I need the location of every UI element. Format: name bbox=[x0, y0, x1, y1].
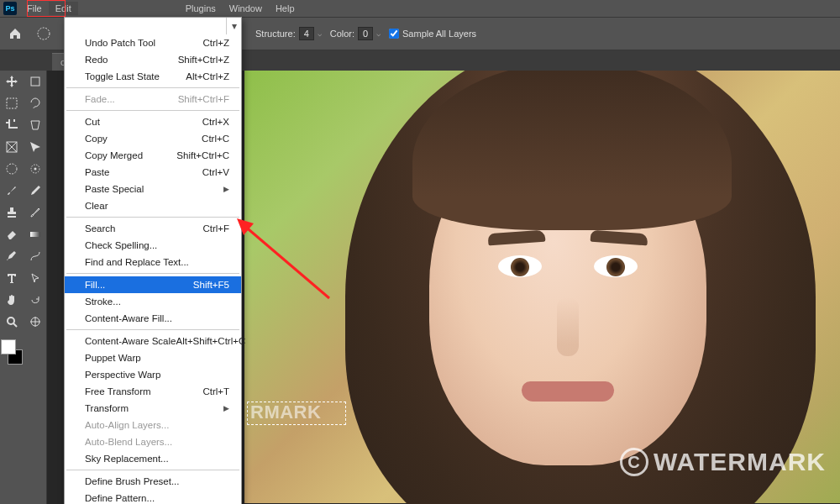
menu-item-label: Puppet Warp bbox=[85, 352, 141, 364]
menu-file[interactable]: File bbox=[20, 2, 49, 15]
svg-point-0 bbox=[38, 28, 50, 39]
structure-value[interactable]: 4 bbox=[299, 27, 314, 40]
lasso-tool-icon[interactable] bbox=[26, 94, 45, 113]
menu-item-label: Content-Aware Fill... bbox=[85, 312, 172, 324]
submenu-arrow-icon: ▶ bbox=[223, 183, 229, 195]
menu-item-check-spelling[interactable]: Check Spelling... bbox=[65, 237, 241, 254]
menu-window[interactable]: Window bbox=[223, 2, 269, 15]
sample-all-checkbox-input[interactable] bbox=[389, 29, 399, 39]
dropdown-arrow-icon[interactable]: ▾ bbox=[226, 18, 241, 34]
menu-item-clear[interactable]: Clear bbox=[65, 197, 241, 214]
pencil-tool-icon[interactable] bbox=[26, 181, 45, 200]
menu-item-shortcut: Alt+Ctrl+Z bbox=[186, 71, 229, 82]
perspective-crop-tool-icon[interactable] bbox=[26, 116, 45, 134]
menu-item-label: Paste Special bbox=[85, 183, 144, 195]
path-tool-icon[interactable] bbox=[26, 247, 45, 265]
quick-select-tool-icon[interactable] bbox=[26, 160, 45, 178]
zoom-tool-icon[interactable] bbox=[3, 312, 21, 331]
menu-item-copy[interactable]: CopyCtrl+C bbox=[65, 130, 241, 147]
type-tool-icon[interactable] bbox=[3, 269, 21, 287]
edit-menu-dropdown[interactable]: ▾ Undo Patch ToolCtrl+ZRedoShift+Ctrl+ZT… bbox=[64, 17, 242, 504]
menu-item-label: Define Pattern... bbox=[85, 492, 155, 504]
menu-item-perspective-warp[interactable]: Perspective Warp bbox=[65, 366, 241, 383]
frame-tool-icon[interactable] bbox=[3, 138, 21, 156]
menu-item-puppet-warp[interactable]: Puppet Warp bbox=[65, 349, 241, 366]
chevron-updown-icon[interactable]: ⌵ bbox=[376, 29, 381, 38]
menu-item-redo[interactable]: RedoShift+Ctrl+Z bbox=[65, 51, 241, 68]
menu-item-define-brush-preset[interactable]: Define Brush Preset... bbox=[65, 473, 241, 490]
lasso-dashed-tool-icon[interactable] bbox=[3, 160, 21, 178]
hand-tool-icon[interactable] bbox=[3, 291, 21, 309]
sample-all-layers-checkbox[interactable]: Sample All Layers bbox=[389, 29, 476, 39]
menu-item-free-transform[interactable]: Free TransformCtrl+T bbox=[65, 383, 241, 400]
menu-item-shortcut: Ctrl+T bbox=[202, 386, 229, 397]
menubar: Ps FileEditPluginsWindowHelp bbox=[0, 0, 840, 17]
menu-item-transform[interactable]: Transform▶ bbox=[65, 400, 241, 417]
menu-separator bbox=[66, 87, 239, 88]
menu-separator bbox=[66, 110, 239, 111]
menu-item-label: Copy Merged bbox=[85, 150, 143, 161]
crop-tool-icon[interactable] bbox=[3, 116, 21, 134]
menu-item-content-aware-scale[interactable]: Content-Aware ScaleAlt+Shift+Ctrl+C bbox=[65, 333, 241, 349]
slice-tool-icon[interactable] bbox=[26, 138, 45, 156]
menu-item-label: Search bbox=[85, 223, 115, 234]
move-tool-icon[interactable] bbox=[3, 72, 21, 91]
menu-item-label: Fade... bbox=[85, 93, 115, 105]
sample-all-label: Sample All Layers bbox=[402, 29, 476, 39]
menu-item-auto-align-layers: Auto-Align Layers... bbox=[65, 417, 241, 433]
menu-item-undo-patch-tool[interactable]: Undo Patch ToolCtrl+Z bbox=[65, 34, 241, 51]
pen-tool-icon[interactable] bbox=[3, 247, 21, 265]
menu-item-define-pattern[interactable]: Define Pattern... bbox=[65, 490, 241, 504]
submenu-arrow-icon: ▶ bbox=[223, 402, 229, 414]
color-field[interactable]: Color: 0 ⌵ bbox=[330, 27, 381, 40]
menu-item-paste-special[interactable]: Paste Special▶ bbox=[65, 181, 241, 197]
eraser-tool-icon[interactable] bbox=[3, 225, 21, 244]
menu-item-shortcut: Ctrl+C bbox=[202, 133, 229, 144]
chevron-updown-icon[interactable]: ⌵ bbox=[318, 29, 322, 38]
menu-item-label: Stroke... bbox=[85, 296, 121, 307]
color-swatches[interactable] bbox=[1, 339, 23, 365]
menu-item-fill[interactable]: Fill...Shift+F5 bbox=[65, 276, 241, 293]
history-brush-tool-icon[interactable] bbox=[26, 203, 45, 222]
menu-item-paste[interactable]: PasteCtrl+V bbox=[65, 164, 241, 181]
patch-tool-icon[interactable] bbox=[34, 24, 54, 44]
structure-field[interactable]: Structure: 4 ⌵ bbox=[255, 27, 322, 40]
menu-item-shortcut: Ctrl+Z bbox=[202, 37, 229, 49]
app-logo: Ps bbox=[3, 2, 17, 15]
menu-item-shortcut: Ctrl+V bbox=[202, 166, 229, 178]
menu-item-cut[interactable]: CutCtrl+X bbox=[65, 113, 241, 130]
menu-item-find-and-replace-text[interactable]: Find and Replace Text... bbox=[65, 254, 241, 270]
svg-point-10 bbox=[34, 168, 36, 171]
artboard-tool-icon[interactable] bbox=[26, 72, 45, 91]
menu-item-shortcut: Ctrl+X bbox=[202, 116, 229, 128]
menu-item-label: Copy bbox=[85, 133, 108, 144]
menu-item-sky-replacement[interactable]: Sky Replacement... bbox=[65, 450, 241, 467]
menu-item-copy-merged[interactable]: Copy MergedShift+Ctrl+C bbox=[65, 147, 241, 164]
menu-item-toggle-last-state[interactable]: Toggle Last StateAlt+Ctrl+Z bbox=[65, 68, 241, 85]
home-icon[interactable] bbox=[5, 24, 25, 44]
menu-item-label: Check Spelling... bbox=[85, 239, 157, 251]
menu-edit[interactable]: Edit bbox=[49, 2, 78, 15]
svg-point-5 bbox=[7, 164, 17, 174]
stamp-tool-icon[interactable] bbox=[3, 203, 21, 222]
gradient-tool-icon[interactable] bbox=[26, 225, 45, 244]
marquee-selection[interactable] bbox=[247, 402, 346, 425]
brush-tool-icon[interactable] bbox=[3, 181, 21, 200]
menu-help[interactable]: Help bbox=[269, 2, 302, 15]
menu-separator bbox=[66, 329, 239, 330]
menu-item-stroke[interactable]: Stroke... bbox=[65, 293, 241, 310]
foreground-color-swatch[interactable] bbox=[1, 339, 16, 354]
marquee-tool-icon[interactable] bbox=[3, 94, 21, 113]
menu-item-content-aware-fill[interactable]: Content-Aware Fill... bbox=[65, 310, 241, 327]
menu-item-search[interactable]: SearchCtrl+F bbox=[65, 220, 241, 237]
color-sampler-tool-icon[interactable] bbox=[26, 312, 45, 331]
menu-item-shortcut: Shift+F5 bbox=[193, 279, 229, 291]
direct-select-tool-icon[interactable] bbox=[26, 269, 45, 287]
svg-rect-11 bbox=[30, 232, 40, 237]
menu-item-label: Undo Patch Tool bbox=[85, 37, 155, 49]
menu-plugins[interactable]: Plugins bbox=[179, 2, 223, 15]
color-value[interactable]: 0 bbox=[358, 27, 373, 40]
rotate-tool-icon[interactable] bbox=[26, 291, 45, 309]
tool-column-left bbox=[0, 71, 24, 504]
svg-rect-8 bbox=[31, 77, 39, 86]
